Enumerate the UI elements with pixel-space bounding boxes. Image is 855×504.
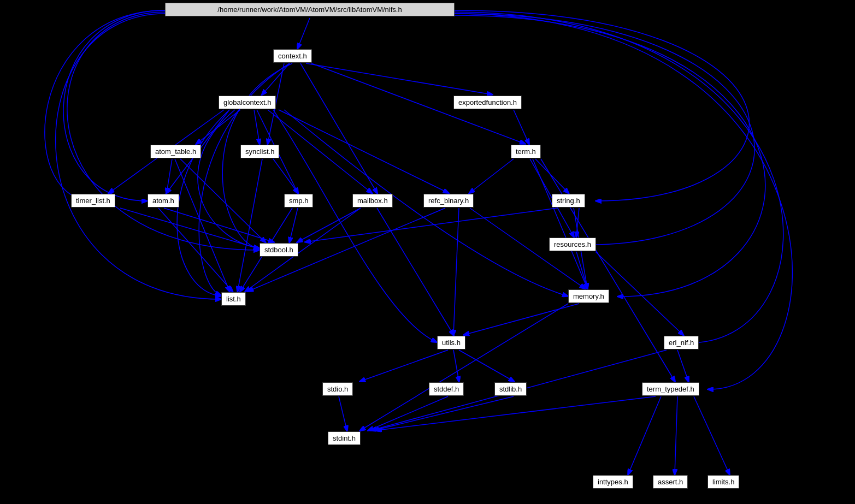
svg-line-7 — [197, 110, 240, 144]
node-inttypes: inttypes.h — [593, 475, 633, 489]
svg-line-21 — [533, 159, 587, 288]
node-list-label: list.h — [226, 295, 241, 303]
svg-line-38 — [677, 350, 688, 381]
svg-line-42 — [374, 396, 514, 430]
node-atom-table: atom_table.h — [150, 145, 201, 158]
node-resources-label: resources.h — [554, 240, 591, 248]
node-refc-binary: refc_binary.h — [423, 194, 474, 207]
svg-line-22 — [541, 159, 675, 381]
node-utils: utils.h — [437, 336, 465, 349]
node-string-label: string.h — [557, 197, 580, 205]
node-stdio: stdio.h — [322, 382, 353, 396]
svg-line-50 — [453, 208, 459, 335]
node-erl-nif: erl_nif.h — [664, 336, 699, 349]
svg-line-44 — [675, 396, 677, 474]
node-stdint: stdint.h — [328, 431, 361, 445]
node-smp-label: smp.h — [289, 197, 308, 205]
node-stddef: stddef.h — [429, 382, 464, 396]
node-stdlib-label: stdlib.h — [499, 385, 522, 393]
node-synclist-label: synclist.h — [245, 147, 274, 156]
svg-line-13 — [279, 110, 448, 193]
svg-line-3 — [306, 63, 492, 94]
svg-line-45 — [694, 396, 729, 474]
node-term: term.h — [511, 145, 541, 158]
node-timer-list-label: timer_list.h — [76, 197, 110, 205]
node-stdint-label: stdint.h — [333, 434, 356, 442]
node-memory-label: memory.h — [573, 292, 604, 300]
svg-line-34 — [361, 304, 568, 430]
node-timer-list: timer_list.h — [71, 194, 115, 207]
node-assert: assert.h — [653, 475, 688, 489]
svg-line-49 — [175, 159, 229, 291]
node-synclist: synclist.h — [240, 145, 279, 158]
node-stdbool-label: stdbool.h — [264, 246, 293, 254]
svg-line-33 — [464, 304, 579, 335]
node-refc-binary-label: refc_binary.h — [428, 197, 469, 205]
node-resources: resources.h — [549, 238, 596, 251]
node-erl-nif-label: erl_nif.h — [669, 339, 694, 347]
node-utils-label: utils.h — [442, 339, 461, 347]
node-list: list.h — [221, 292, 246, 306]
node-nifs-label: /home/runner/work/AtomVM/AtomVM/src/libA… — [217, 5, 402, 14]
node-term-typedef-label: term_typedef.h — [647, 385, 694, 393]
node-globalcontext-label: globalcontext.h — [223, 98, 271, 106]
svg-line-35 — [361, 350, 448, 381]
svg-line-14 — [514, 110, 529, 144]
node-context: context.h — [273, 49, 312, 63]
node-exportedfunction: exportedfunction.h — [453, 96, 522, 109]
node-assert-label: assert.h — [658, 478, 683, 486]
node-atom-table-label: atom_table.h — [155, 147, 196, 156]
node-stdlib: stdlib.h — [494, 382, 527, 396]
node-inttypes-label: inttypes.h — [598, 478, 628, 486]
svg-line-18 — [470, 159, 514, 193]
node-term-typedef: term_typedef.h — [642, 382, 699, 396]
node-mailbox-label: mailbox.h — [357, 197, 388, 205]
node-memory: memory.h — [568, 289, 609, 303]
svg-line-30 — [306, 208, 557, 242]
svg-line-53 — [298, 208, 361, 242]
svg-line-24 — [158, 208, 232, 291]
svg-line-43 — [628, 396, 661, 474]
svg-line-19 — [535, 159, 568, 193]
node-term-label: term.h — [516, 147, 536, 156]
svg-line-36 — [453, 350, 459, 381]
node-limits: limits.h — [707, 475, 739, 489]
node-context-label: context.h — [278, 52, 307, 60]
node-atom-label: atom.h — [152, 197, 174, 205]
node-nifs: /home/runner/work/AtomVM/AtomVM/src/libA… — [165, 3, 455, 16]
node-atom: atom.h — [148, 194, 179, 207]
svg-line-46 — [377, 396, 656, 430]
node-mailbox: mailbox.h — [352, 194, 393, 207]
node-string: string.h — [552, 194, 585, 207]
svg-line-16 — [273, 159, 298, 193]
svg-line-12 — [268, 110, 372, 193]
node-smp: smp.h — [284, 194, 313, 207]
svg-line-15 — [167, 159, 172, 193]
node-exportedfunction-label: exportedfunction.h — [458, 98, 517, 106]
node-stdbool: stdbool.h — [260, 243, 298, 257]
svg-line-17 — [238, 159, 262, 291]
svg-line-1 — [298, 18, 310, 48]
node-stddef-label: stddef.h — [434, 385, 459, 393]
svg-line-8 — [254, 110, 260, 144]
node-stdio-label: stdio.h — [327, 385, 348, 393]
svg-line-25 — [290, 208, 298, 242]
node-limits-label: limits.h — [712, 478, 734, 486]
node-globalcontext: globalcontext.h — [219, 96, 276, 109]
svg-line-40 — [339, 396, 347, 430]
